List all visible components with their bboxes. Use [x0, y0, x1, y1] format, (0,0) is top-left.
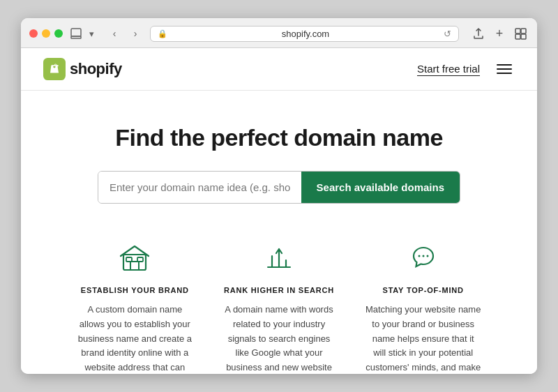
shopify-logo-icon: [43, 58, 66, 80]
hamburger-line-1: [497, 64, 512, 66]
svg-rect-10: [137, 257, 143, 262]
domain-search-input[interactable]: [98, 172, 301, 203]
forward-button[interactable]: ›: [126, 27, 144, 40]
hero-section: Find the perfect domain name Search avai…: [21, 91, 537, 374]
svg-rect-8: [130, 262, 139, 270]
svg-rect-5: [521, 34, 526, 39]
shopify-logo-text: shopify: [70, 60, 122, 78]
svg-rect-9: [126, 257, 132, 262]
new-tab-button[interactable]: +: [491, 25, 508, 42]
nav-right: Start free trial: [417, 61, 515, 77]
search-domains-button[interactable]: Search available domains: [301, 172, 460, 203]
establish-brand-icon: [116, 239, 153, 276]
minimize-button[interactable]: [42, 29, 50, 38]
features-grid: ESTABLISH YOUR BRAND A custom domain nam…: [49, 239, 509, 374]
back-button[interactable]: ‹: [105, 27, 123, 40]
feature-rank-search: RANK HIGHER IN SEARCH A domain name with…: [207, 239, 352, 374]
maximize-button[interactable]: [54, 29, 63, 38]
svg-point-16: [422, 255, 424, 257]
page-content: shopify Start free trial Find the perfec…: [21, 48, 537, 374]
stay-top-icon: [405, 239, 442, 276]
browser-controls: ‹ ›: [105, 27, 144, 40]
address-text: shopify.com: [172, 29, 439, 39]
reload-button[interactable]: ↺: [444, 29, 451, 39]
close-button[interactable]: [29, 29, 38, 38]
page-title: Find the perfect domain name: [49, 124, 509, 151]
browser-toolbar-right: +: [470, 25, 529, 42]
svg-rect-4: [515, 34, 520, 39]
hamburger-menu[interactable]: [494, 61, 515, 77]
traffic-lights: [29, 29, 63, 38]
svg-rect-0: [71, 29, 81, 36]
stay-top-desc: Matching your website name to your brand…: [365, 303, 481, 374]
establish-brand-title: ESTABLISH YOUR BRAND: [77, 286, 193, 294]
tabs-button[interactable]: [512, 25, 529, 42]
tab-icon[interactable]: [68, 27, 84, 40]
rank-search-desc: A domain name with words related to your…: [221, 303, 338, 374]
hamburger-line-2: [497, 68, 512, 70]
hamburger-line-3: [497, 73, 512, 74]
stay-top-title: STAY TOP-OF-MIND: [365, 286, 481, 294]
feature-stay-top: STAY TOP-OF-MIND Matching your website n…: [351, 239, 495, 374]
lock-icon: 🔒: [158, 29, 167, 38]
address-bar[interactable]: 🔒 shopify.com ↺: [150, 26, 459, 42]
rank-search-icon: [260, 239, 298, 276]
rank-search-title: RANK HIGHER IN SEARCH: [221, 286, 338, 294]
svg-point-15: [418, 255, 420, 257]
establish-brand-desc: A custom domain name allows you to estab…: [77, 303, 193, 374]
svg-point-17: [426, 255, 428, 257]
start-trial-link[interactable]: Start free trial: [417, 63, 480, 76]
svg-rect-2: [515, 29, 520, 33]
domain-search-bar: Search available domains: [98, 171, 460, 204]
shopify-navbar: shopify Start free trial: [21, 48, 537, 91]
shopify-logo[interactable]: shopify: [43, 58, 122, 80]
feature-establish-brand: ESTABLISH YOUR BRAND A custom domain nam…: [63, 239, 207, 374]
browser-window: ▾ ‹ › 🔒 shopify.com ↺ +: [21, 18, 537, 374]
svg-rect-3: [521, 29, 526, 33]
browser-chrome: ▾ ‹ › 🔒 shopify.com ↺ +: [21, 18, 537, 48]
svg-rect-1: [71, 36, 81, 38]
share-button[interactable]: [470, 25, 487, 42]
